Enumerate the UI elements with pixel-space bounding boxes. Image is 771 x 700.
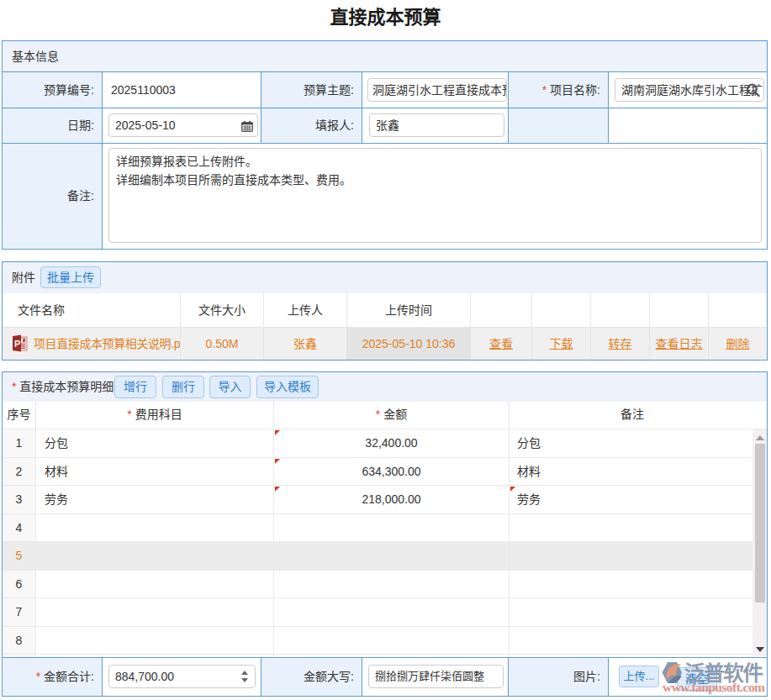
svg-text:P: P (14, 339, 20, 349)
svg-text:www.fanpusoft.com: www.fanpusoft.com (663, 680, 765, 694)
